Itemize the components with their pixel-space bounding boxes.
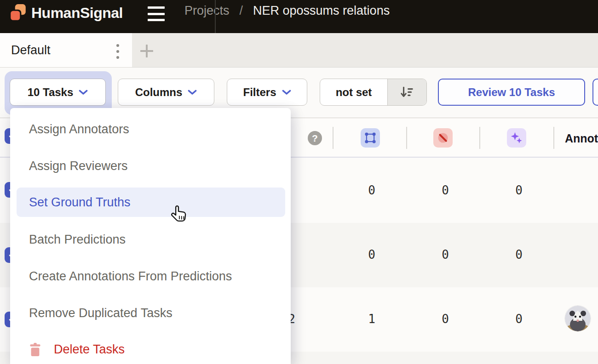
column-divider (333, 127, 334, 149)
menu-item-create-annotations-from-predictions[interactable]: Create Annotations From Predictions (10, 262, 291, 291)
sort-descending-icon (400, 86, 414, 99)
filters-button-label: Filters (243, 86, 276, 99)
tab-options-icon[interactable] (113, 43, 122, 60)
menu-item-batch-predictions[interactable]: Batch Predictions (10, 225, 291, 254)
filters-dropdown-button[interactable]: Filters (227, 79, 307, 106)
annotators-column-header[interactable]: Annot (565, 132, 598, 145)
menu-item-remove-duplicated-tasks[interactable]: Remove Duplicated Tasks (10, 298, 291, 328)
column-divider (479, 127, 480, 149)
add-tab-button[interactable] (138, 42, 155, 60)
tab-default-label: Default (11, 43, 51, 57)
predictions-column-header[interactable] (507, 128, 526, 148)
breadcrumb-projects-link[interactable]: Projects (184, 4, 230, 18)
tab-bar: Default (0, 33, 598, 68)
opossum-avatar (565, 306, 591, 331)
app-window: HumanSignal Projects / NER opossums rela… (0, 0, 598, 364)
menu-item-set-ground-truths[interactable]: Set Ground Truths (17, 188, 285, 217)
delete-tasks-label: Delete Tasks (54, 342, 125, 357)
cell-predictions: 0 (505, 248, 533, 262)
chevron-down-icon (79, 90, 88, 95)
humansignal-logo-icon (8, 3, 28, 23)
page-title: NER opossums relations (253, 4, 390, 18)
cancelled-annotations-icon (437, 131, 449, 144)
columns-button-label: Columns (135, 86, 183, 99)
tab-default[interactable]: Default (0, 33, 132, 67)
partial-button-right-edge[interactable] (592, 79, 598, 106)
chevron-down-icon (188, 90, 197, 95)
ordering-value[interactable]: not set (320, 79, 387, 105)
cell-cancelled: 0 (431, 248, 459, 262)
annotations-column-header[interactable] (361, 128, 380, 148)
columns-dropdown-button[interactable]: Columns (118, 79, 214, 106)
cell-annotations: 0 (358, 248, 385, 262)
cell-cancelled: 0 (431, 312, 459, 326)
menu-item-assign-annotators[interactable]: Assign Annotators (10, 114, 291, 144)
tasks-dropdown-button[interactable]: 10 Tasks (10, 79, 106, 106)
trash-icon (29, 343, 41, 356)
predictions-icon (510, 131, 523, 144)
cell-cancelled: 0 (431, 183, 459, 197)
menu-item-delete-tasks[interactable]: Delete Tasks (10, 335, 291, 364)
cell-annotations: 0 (358, 183, 385, 197)
ordering-control: not set (320, 79, 427, 106)
brand-logo[interactable]: HumanSignal (8, 3, 123, 23)
cell-predictions: 0 (505, 183, 533, 197)
review-button-label: Review 10 Tasks (468, 86, 555, 99)
annotations-icon (364, 132, 376, 144)
hamburger-menu-icon[interactable] (148, 6, 165, 22)
chevron-down-icon (282, 90, 291, 95)
top-header: HumanSignal Projects / NER opossums rela… (0, 0, 598, 33)
breadcrumb-separator: / (240, 4, 243, 18)
plus-icon (140, 45, 153, 57)
menu-item-assign-reviewers[interactable]: Assign Reviewers (10, 151, 291, 181)
column-divider (406, 127, 407, 149)
cell-predictions: 0 (505, 312, 533, 326)
cell-annotations: 1 (358, 312, 385, 326)
help-icon[interactable]: ? (308, 131, 322, 145)
header-divider (215, 0, 216, 33)
cancelled-column-header[interactable] (433, 128, 453, 148)
sort-direction-button[interactable] (387, 79, 426, 105)
tasks-actions-menu: Assign Annotators Assign Reviewers Set G… (10, 108, 291, 364)
column-divider (553, 127, 554, 149)
review-tasks-button[interactable]: Review 10 Tasks (438, 79, 585, 106)
tasks-button-label: 10 Tasks (28, 86, 74, 99)
brand-name: HumanSignal (31, 3, 123, 23)
